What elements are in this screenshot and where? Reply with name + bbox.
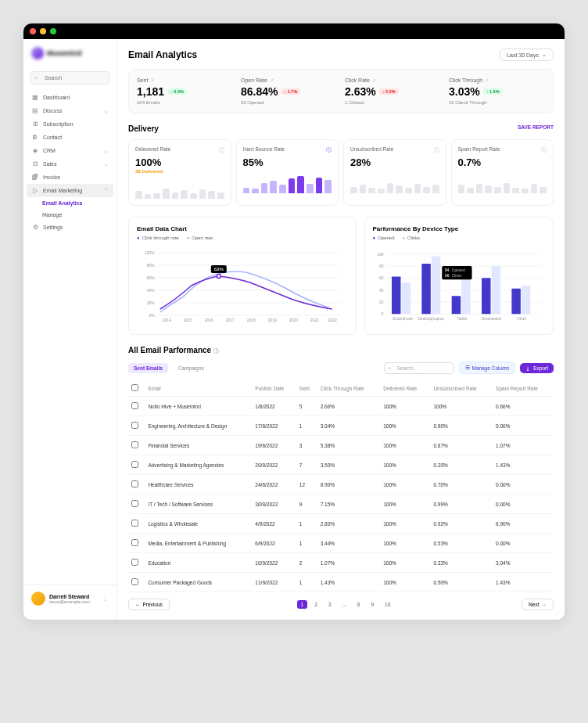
svg-text:80: 80 xyxy=(379,264,384,268)
min-dot[interactable] xyxy=(40,28,46,34)
brand-text: Musemind xyxy=(47,49,82,57)
svg-text:60: 60 xyxy=(379,276,384,280)
manage-column-button[interactable]: ☰Manage Column xyxy=(459,362,516,374)
column-header[interactable]: Sent xyxy=(296,380,317,397)
sidebar-item-sales[interactable]: ⊟Sales⌄ xyxy=(27,157,113,171)
row-checkbox[interactable] xyxy=(131,520,138,527)
column-header[interactable]: Email xyxy=(145,380,252,397)
page-10[interactable]: 10 xyxy=(381,600,394,609)
chevron-icon: ⌄ xyxy=(104,108,109,114)
table-row[interactable]: Consumer Packaged Goods11/9/202211.43%10… xyxy=(128,573,554,592)
sidebar-item-email-marketing[interactable]: ▷Email Marketing⌃ xyxy=(27,184,113,197)
stats-row: Sent↗ 1,181↑ 0.5% 104 EmailsOpen Rate↗ 8… xyxy=(128,69,554,113)
user-name: Darrell Steward xyxy=(49,594,90,599)
page-2[interactable]: 2 xyxy=(310,600,321,609)
save-report-link[interactable]: SAVE REPORT xyxy=(518,124,554,133)
user-block[interactable]: Darrell Steward tanya@example.com ⋮ xyxy=(23,585,117,612)
sidebar-item-dashboard[interactable]: ▦Dashboard xyxy=(27,91,113,104)
row-checkbox[interactable] xyxy=(131,422,138,429)
table-title: All Email Parformance xyxy=(128,346,211,354)
sidebar-item-invoice[interactable]: 🗐Invoice xyxy=(27,171,113,184)
svg-text:Smartphone: Smartphone xyxy=(392,317,412,321)
stat-open-rate: Open Rate↗ 86.84%↓ 1.7% 33 Opened xyxy=(241,77,337,105)
info-icon[interactable]: ⓘ xyxy=(541,146,547,154)
external-icon[interactable]: ↗ xyxy=(150,77,154,83)
table-row[interactable]: Education10/9/202221.07%100%0.33%3.04% xyxy=(128,553,554,573)
external-icon[interactable]: ↗ xyxy=(485,77,489,83)
column-header[interactable]: Unsubscribed Rate xyxy=(430,380,493,397)
row-checkbox[interactable] xyxy=(131,402,138,409)
svg-text:63%: 63% xyxy=(214,267,224,272)
column-header[interactable]: Click-Through Rate xyxy=(317,380,381,397)
external-icon[interactable]: ↗ xyxy=(270,77,274,83)
close-dot[interactable] xyxy=(30,28,36,34)
page-9[interactable]: 9 xyxy=(367,600,378,609)
chart-title: Email Data Chart xyxy=(137,225,348,232)
row-checkbox[interactable] xyxy=(131,559,138,566)
table-search[interactable]: ⌕ Search... xyxy=(384,362,454,374)
chevron-icon: ⌃ xyxy=(104,188,109,194)
max-dot[interactable] xyxy=(50,28,56,34)
row-checkbox[interactable] xyxy=(131,539,138,546)
stat-click-through: Click Through↗ 3.03%↑ 1.0% 15 Clieck Thr… xyxy=(449,77,545,105)
page-1[interactable]: 1 xyxy=(297,600,308,609)
row-checkbox[interactable] xyxy=(131,578,138,585)
tab-sent-emails[interactable]: Sent Emails xyxy=(128,363,168,373)
table-row[interactable]: Notio Hive + Musemind1/8/202252.66%100%1… xyxy=(128,397,554,416)
svg-text:2020: 2020 xyxy=(289,318,298,322)
prev-button[interactable]: ←Previous xyxy=(128,599,170,610)
external-icon[interactable]: ↗ xyxy=(372,77,376,83)
sidebar-search[interactable]: ⌕ xyxy=(30,69,110,85)
svg-text:40: 40 xyxy=(379,289,384,293)
page-3[interactable]: 3 xyxy=(324,600,335,609)
info-icon[interactable]: ⓘ xyxy=(213,348,219,354)
column-header[interactable]: Delivered Rate xyxy=(380,380,430,397)
nav-icon: 🗐 xyxy=(31,174,39,181)
column-header[interactable]: Publish Date xyxy=(252,380,296,397)
sidebar-item-crm[interactable]: ◈CRM⌄ xyxy=(27,144,113,157)
sidebar-sub-email-analytics[interactable]: Email Analytics xyxy=(27,197,113,209)
info-icon[interactable]: ⓘ xyxy=(219,146,224,154)
row-checkbox[interactable] xyxy=(131,480,138,487)
svg-text:2017: 2017 xyxy=(226,318,235,322)
chart-title: Parformance By Device Type xyxy=(373,225,546,232)
table-row[interactable]: Financial Services19/8/202235.38%100%0.8… xyxy=(128,436,554,455)
next-button[interactable]: Next→ xyxy=(522,599,554,610)
search-icon: ⌕ xyxy=(389,365,392,370)
brand: Musemind xyxy=(23,47,117,66)
svg-text:20%: 20% xyxy=(147,300,156,305)
more-icon[interactable]: ⋮ xyxy=(102,595,109,602)
table-row[interactable]: Healthcare Services24/8/2022128.90%100%0… xyxy=(128,475,554,495)
row-checkbox[interactable] xyxy=(131,441,138,448)
sidebar-sub-manage[interactable]: Manage xyxy=(27,209,113,221)
table-row[interactable]: IT / Tech / Software Services30/8/202297… xyxy=(128,495,554,514)
row-checkbox[interactable] xyxy=(131,461,138,468)
table-row[interactable]: Media, Entertainment & Publishing6/9/202… xyxy=(128,534,554,553)
svg-text:2016: 2016 xyxy=(205,318,213,322)
sidebar-item-discuss[interactable]: ▤Discuss⌄ xyxy=(27,104,113,117)
sidebar-item-settings[interactable]: ⚙Settings xyxy=(27,221,113,234)
arrow-right-icon: → xyxy=(541,602,547,607)
trend-badge: ↑ 1.0% xyxy=(483,88,503,95)
sidebar-item-subscription[interactable]: ⊞Subscription xyxy=(27,117,113,131)
info-icon[interactable]: ⓘ xyxy=(326,146,332,154)
table-row[interactable]: Logistics & Wholesale4/9/202212.80%100%0… xyxy=(128,514,554,534)
select-all-checkbox[interactable] xyxy=(131,384,138,391)
export-button[interactable]: ⭳Export xyxy=(520,363,554,373)
svg-text:Clicks: Clicks xyxy=(451,274,461,278)
arrow-left-icon: ← xyxy=(135,602,141,607)
date-filter[interactable]: Last 30 Days⌄ xyxy=(500,49,554,61)
nav-icon: ⊟ xyxy=(31,160,39,167)
search-input[interactable] xyxy=(30,71,110,85)
sidebar-item-contact[interactable]: 🗎Contact xyxy=(27,131,113,144)
trend-badge: ↓ 2.3% xyxy=(379,88,399,95)
tab-campaigns[interactable]: Campaigns xyxy=(173,363,210,373)
column-header[interactable]: Spam Report Rate xyxy=(493,380,554,397)
svg-text:Opened: Opened xyxy=(451,268,464,272)
table-row[interactable]: Engineering, Architecture & Design17/8/2… xyxy=(128,416,554,436)
search-icon: ⌕ xyxy=(34,74,38,80)
info-icon[interactable]: ⓘ xyxy=(434,146,439,154)
page-8[interactable]: 8 xyxy=(353,600,364,609)
row-checkbox[interactable] xyxy=(131,500,138,507)
table-row[interactable]: Advertising & Marketing Agencies20/8/202… xyxy=(128,455,554,475)
